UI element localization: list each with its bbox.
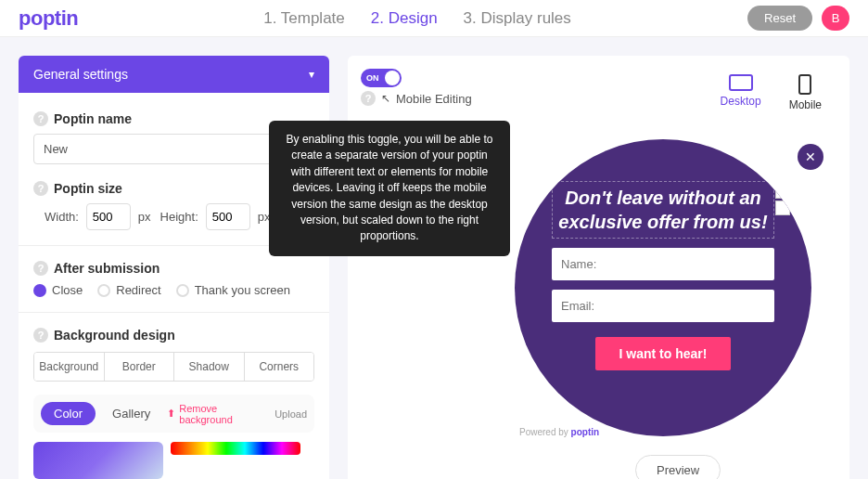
primary-button[interactable]: B	[822, 6, 849, 31]
help-icon[interactable]: ?	[361, 91, 376, 106]
copy-icon[interactable]: ⧉	[775, 184, 790, 199]
help-icon[interactable]: ?	[33, 328, 48, 343]
wizard-steps: 1. Template 2. Design 3. Display rules	[263, 9, 571, 28]
popup-close-button[interactable]: ✕	[798, 144, 823, 170]
general-settings-header[interactable]: General settings ▾	[19, 56, 329, 93]
reset-button[interactable]: Reset	[747, 6, 812, 31]
cursor-icon: ↖	[381, 92, 390, 105]
radio-close[interactable]: Close	[33, 283, 83, 297]
popup-email-field[interactable]	[552, 290, 774, 322]
top-actions: Reset B	[747, 6, 849, 31]
color-swatch[interactable]	[33, 442, 163, 479]
help-icon[interactable]: ?	[33, 181, 48, 196]
mobile-editing-toggle[interactable]: ON	[361, 69, 402, 87]
help-icon[interactable]: ?	[33, 261, 48, 276]
chevron-down-icon: ▾	[309, 68, 314, 81]
background-design-label: ? Background design	[33, 328, 314, 343]
after-submission-label: ? After submission	[33, 261, 314, 276]
preview-button[interactable]: Preview	[635, 455, 721, 479]
mobile-icon	[798, 74, 811, 95]
powered-by: Powered by poptin	[519, 427, 599, 437]
pill-gallery[interactable]: Gallery	[103, 402, 160, 425]
remove-background-link[interactable]: ⬆Remove background	[167, 403, 267, 425]
step-template[interactable]: 1. Template	[263, 9, 345, 28]
popup-headline[interactable]: Don't leave without an exclusive offer f…	[552, 181, 774, 239]
width-input[interactable]	[86, 203, 131, 230]
width-label: Width:	[45, 210, 79, 224]
device-desktop[interactable]: Desktop	[721, 74, 761, 111]
top-bar: poptin 1. Template 2. Design 3. Display …	[0, 0, 868, 37]
mobile-editing-label: Mobile Editing	[396, 92, 472, 106]
height-label: Height:	[160, 210, 198, 224]
popup-preview[interactable]: Don't leave without an exclusive offer f…	[515, 139, 811, 436]
mobile-editing-tooltip: By enabling this toggle, you will be abl…	[269, 121, 510, 256]
section-title: General settings	[33, 67, 128, 82]
step-display-rules[interactable]: 3. Display rules	[464, 9, 571, 28]
tab-corners[interactable]: Corners	[245, 353, 314, 381]
settings-sidebar: General settings ▾ ? Poptin name ? Popti…	[19, 56, 329, 479]
hue-slider[interactable]	[171, 442, 300, 455]
upload-link[interactable]: Upload	[274, 408, 307, 420]
step-design[interactable]: 2. Design	[371, 9, 438, 28]
width-unit: px	[138, 210, 151, 224]
desktop-icon	[729, 74, 753, 91]
pill-color[interactable]: Color	[41, 402, 96, 425]
radio-thank-you[interactable]: Thank you screen	[176, 283, 290, 297]
device-mobile[interactable]: Mobile	[789, 74, 822, 111]
radio-redirect[interactable]: Redirect	[97, 283, 160, 297]
design-canvas: ON ? ↖ Mobile Editing Desktop Mobile ✕	[348, 56, 849, 479]
expand-icon[interactable]: ⤢	[775, 201, 790, 215]
tab-shadow[interactable]: Shadow	[174, 353, 245, 381]
upload-icon: ⬆	[167, 408, 175, 420]
height-input[interactable]	[206, 203, 250, 230]
popup-cta-button[interactable]: I want to hear!	[595, 337, 732, 370]
tab-border[interactable]: Border	[105, 353, 175, 381]
tab-background[interactable]: Background	[34, 353, 105, 381]
brand-logo: poptin	[19, 6, 78, 31]
popup-name-field[interactable]	[552, 248, 774, 280]
help-icon[interactable]: ?	[33, 111, 48, 126]
